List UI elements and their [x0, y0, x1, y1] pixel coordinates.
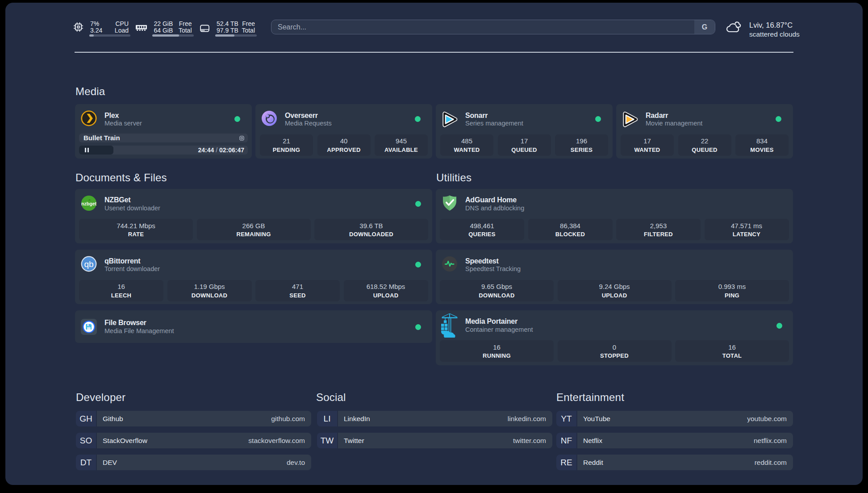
svg-text:nzbget: nzbget — [81, 201, 97, 206]
svg-text:qb: qb — [84, 259, 93, 269]
